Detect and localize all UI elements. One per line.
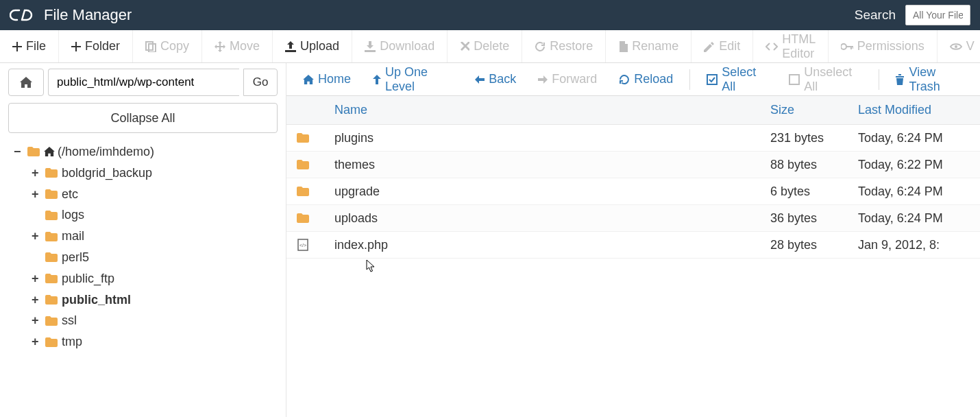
nav-reload-button[interactable]: Reload — [609, 68, 683, 91]
column-modified[interactable]: Last Modified — [858, 103, 980, 117]
html-editor-label: HTML Editor — [782, 32, 815, 61]
tree-item-label: etc — [62, 184, 78, 204]
table-row[interactable]: upgrade6 bytesToday, 6:24 PM — [286, 178, 980, 205]
nav-view-trash-button[interactable]: View Trash — [885, 61, 973, 98]
rename-icon — [618, 41, 628, 52]
go-button[interactable]: Go — [243, 69, 278, 96]
edit-label: Edit — [719, 39, 740, 53]
upload-label: Upload — [300, 39, 339, 53]
tree-root[interactable]: − (/home/imhdemo) — [8, 141, 278, 163]
svg-point-2 — [841, 44, 846, 49]
download-icon — [365, 41, 376, 52]
nav-toolbar: Home Up One Level Back Forward Reload — [286, 63, 980, 96]
path-input[interactable] — [48, 69, 239, 96]
download-label: Download — [380, 39, 434, 53]
nav-unselect-all-label: Unselect All — [804, 65, 861, 94]
expand-icon[interactable]: + — [32, 163, 42, 183]
permissions-button[interactable]: Permissions — [829, 30, 938, 62]
app-header: File Manager Search — [0, 0, 980, 30]
table-row[interactable]: plugins231 bytesToday, 6:24 PM — [286, 125, 980, 152]
nav-reload-label: Reload — [634, 72, 673, 86]
nav-select-all-label: Select All — [722, 65, 767, 94]
html-icon — [765, 42, 778, 51]
table-row[interactable]: </>index.php28 bytesJan 9, 2012, 8: — [286, 232, 980, 259]
tree-item[interactable]: +boldgrid_backup — [8, 163, 278, 184]
path-home-button[interactable] — [8, 69, 44, 96]
search-label: Search — [855, 8, 896, 23]
expand-icon[interactable]: + — [32, 290, 42, 310]
copy-button[interactable]: Copy — [133, 30, 202, 62]
tree-item-label: logs — [62, 205, 84, 225]
nav-separator — [879, 69, 879, 90]
expand-icon[interactable]: + — [32, 184, 42, 204]
move-label: Move — [230, 39, 260, 53]
svg-rect-5 — [789, 75, 799, 84]
home-icon — [303, 75, 314, 84]
nav-forward-button[interactable]: Forward — [528, 68, 607, 91]
tree-item[interactable]: +public_html — [8, 289, 278, 311]
folder-button[interactable]: Folder — [59, 30, 133, 62]
restore-icon — [535, 41, 546, 52]
tree-item[interactable]: +etc — [8, 184, 278, 205]
delete-button[interactable]: Delete — [448, 30, 522, 62]
sidebar: Go Collapse All − (/home/imhdemo) +boldg… — [0, 63, 286, 417]
nav-unselect-all-button[interactable]: Unselect All — [779, 61, 871, 98]
rename-button[interactable]: Rename — [606, 30, 691, 62]
folder-icon — [286, 213, 319, 223]
table-row[interactable]: uploads36 bytesToday, 6:24 PM — [286, 205, 980, 232]
view-button[interactable]: V — [938, 30, 980, 62]
move-button[interactable]: Move — [202, 30, 273, 62]
tree-item[interactable]: +tmp — [8, 331, 278, 353]
column-name[interactable]: Name — [319, 103, 770, 117]
collapse-icon[interactable]: − — [14, 142, 25, 162]
tree-item[interactable]: perl5 — [8, 247, 278, 268]
upload-button[interactable]: Upload — [273, 30, 352, 62]
table-row[interactable]: themes88 bytesToday, 6:22 PM — [286, 152, 980, 178]
tree-item[interactable]: +public_ftp — [8, 268, 278, 289]
expand-icon[interactable]: + — [32, 226, 42, 246]
file-size: 88 bytes — [770, 158, 858, 172]
home-icon — [44, 147, 55, 156]
nav-home-button[interactable]: Home — [293, 68, 360, 91]
tree-root-label: (/home/imhdemo) — [58, 142, 154, 162]
tree-item-label: ssl — [62, 311, 77, 331]
folder-icon — [45, 337, 58, 347]
go-button-label: Go — [253, 75, 269, 89]
delete-label: Delete — [474, 39, 509, 53]
column-size[interactable]: Size — [770, 103, 858, 117]
expand-icon[interactable]: + — [32, 269, 42, 289]
folder-icon — [45, 316, 58, 326]
file-name: plugins — [319, 131, 770, 145]
tree-item-label: mail — [62, 226, 84, 246]
tree-item[interactable]: logs — [8, 204, 278, 226]
nav-select-all-button[interactable]: Select All — [697, 61, 776, 98]
delete-icon — [460, 42, 469, 51]
folder-label: Folder — [85, 39, 120, 53]
folder-tree: − (/home/imhdemo) +boldgrid_backup+etclo… — [8, 141, 278, 353]
restore-button[interactable]: Restore — [522, 30, 606, 62]
expand-icon[interactable]: + — [32, 311, 42, 331]
uncheck-icon — [789, 74, 800, 85]
expand-icon[interactable]: + — [32, 332, 42, 352]
file-name: upgrade — [319, 184, 770, 199]
nav-separator — [689, 69, 690, 90]
edit-button[interactable]: Edit — [691, 30, 753, 62]
download-button[interactable]: Download — [352, 30, 448, 62]
search-input[interactable] — [905, 5, 970, 25]
html-editor-button[interactable]: HTML Editor — [753, 30, 828, 62]
file-modified: Jan 9, 2012, 8: — [858, 238, 980, 252]
folder-icon — [45, 252, 58, 262]
move-icon — [215, 41, 225, 52]
nav-home-label: Home — [318, 72, 351, 86]
tree-item[interactable]: +mail — [8, 226, 278, 247]
nav-up-button[interactable]: Up One Level — [363, 61, 463, 98]
file-button[interactable]: File — [0, 30, 59, 62]
app-title: File Manager — [44, 6, 132, 24]
collapse-all-button[interactable]: Collapse All — [8, 103, 278, 133]
folder-icon — [45, 168, 58, 178]
nav-view-trash-label: View Trash — [909, 65, 964, 94]
folder-icon — [45, 274, 58, 283]
eye-icon — [950, 43, 962, 51]
nav-back-button[interactable]: Back — [465, 68, 526, 91]
tree-item[interactable]: +ssl — [8, 310, 278, 331]
